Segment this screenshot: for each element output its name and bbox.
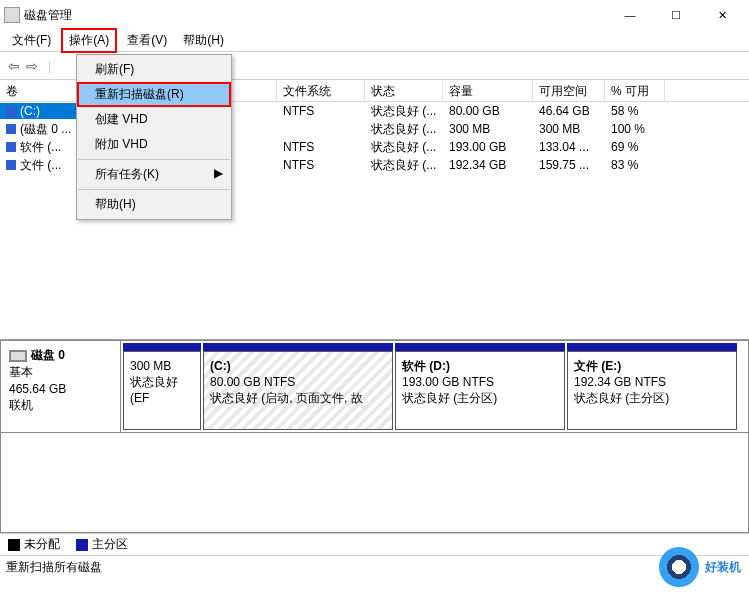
action-dropdown: 刷新(F) 重新扫描磁盘(R) 创建 VHD 附加 VHD 所有任务(K) ▶ … xyxy=(76,54,232,220)
col-fs[interactable]: 文件系统 xyxy=(277,80,365,101)
dd-create-vhd[interactable]: 创建 VHD xyxy=(77,107,231,132)
partition[interactable]: 300 MB状态良好 (EF xyxy=(123,343,201,430)
col-status[interactable]: 状态 xyxy=(365,80,443,101)
menu-file[interactable]: 文件(F) xyxy=(6,30,57,51)
disk-map-header[interactable]: 磁盘 0 基本 465.64 GB 联机 xyxy=(1,341,121,432)
partition[interactable]: 文件 (E:)192.34 GB NTFS状态良好 (主分区) xyxy=(567,343,737,430)
watermark-text: 好装机 xyxy=(705,559,741,576)
nav-back-icon[interactable]: ⇦ xyxy=(8,58,20,74)
col-volume[interactable]: 卷 xyxy=(0,80,85,101)
watermark: 好装机 xyxy=(659,547,741,587)
status-bar: 重新扫描所有磁盘 xyxy=(0,555,749,579)
title-bar: 磁盘管理 — ☐ ✕ xyxy=(0,0,749,30)
disk-label: 磁盘 0 xyxy=(31,348,65,362)
disk-icon xyxy=(9,350,27,362)
dd-all-tasks-label: 所有任务(K) xyxy=(95,167,159,181)
legend-primary: 主分区 xyxy=(92,537,128,551)
watermark-eye-icon xyxy=(659,547,699,587)
disk-map-row: 磁盘 0 基本 465.64 GB 联机 300 MB状态良好 (EF(C:)8… xyxy=(0,341,749,433)
menu-bar: 文件(F) 操作(A) 查看(V) 帮助(H) xyxy=(0,30,749,52)
partition[interactable]: 软件 (D:)193.00 GB NTFS状态良好 (主分区) xyxy=(395,343,565,430)
annotation-arrow xyxy=(0,579,749,595)
dd-help[interactable]: 帮助(H) xyxy=(77,192,231,217)
col-pct[interactable]: % 可用 xyxy=(605,80,665,101)
legend: 未分配 主分区 xyxy=(0,533,749,555)
chevron-right-icon: ▶ xyxy=(214,166,223,180)
partition[interactable]: (C:)80.00 GB NTFS状态良好 (启动, 页面文件, 故 xyxy=(203,343,393,430)
col-capacity[interactable]: 容量 xyxy=(443,80,533,101)
close-button[interactable]: ✕ xyxy=(699,9,745,22)
menu-help[interactable]: 帮助(H) xyxy=(177,30,230,51)
swatch-primary-icon xyxy=(76,539,88,551)
dd-rescan[interactable]: 重新扫描磁盘(R) xyxy=(77,82,231,107)
maximize-button[interactable]: ☐ xyxy=(653,9,699,22)
disk-size: 465.64 GB xyxy=(9,381,112,398)
dd-attach-vhd[interactable]: 附加 VHD xyxy=(77,132,231,157)
disk-map: 磁盘 0 基本 465.64 GB 联机 300 MB状态良好 (EF(C:)8… xyxy=(0,340,749,533)
col-free[interactable]: 可用空间 xyxy=(533,80,605,101)
disk-type: 基本 xyxy=(9,364,112,381)
swatch-unalloc-icon xyxy=(8,539,20,551)
window-title: 磁盘管理 xyxy=(20,7,607,24)
minimize-button[interactable]: — xyxy=(607,9,653,21)
disk-state: 联机 xyxy=(9,397,112,414)
dd-all-tasks[interactable]: 所有任务(K) ▶ xyxy=(77,162,231,187)
menu-view[interactable]: 查看(V) xyxy=(121,30,173,51)
legend-unalloc: 未分配 xyxy=(24,537,60,551)
nav-fwd-icon[interactable]: ⇨ xyxy=(26,58,38,74)
dd-refresh[interactable]: 刷新(F) xyxy=(77,57,231,82)
app-icon xyxy=(4,7,20,23)
menu-action[interactable]: 操作(A) xyxy=(61,28,117,53)
